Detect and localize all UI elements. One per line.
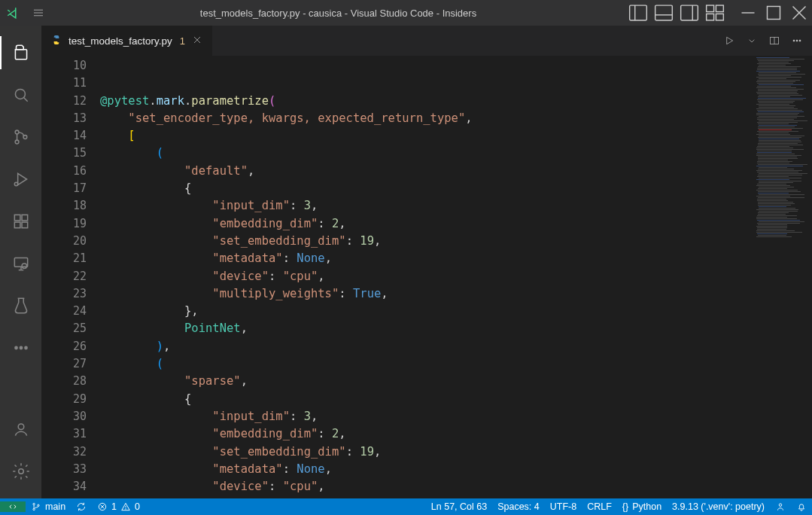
code-content[interactable]: @pytest.mark.parametrize( "set_encoder_t…: [100, 56, 752, 498]
more-actions-icon[interactable]: [788, 26, 806, 56]
line-number: 21: [41, 250, 87, 267]
source-control-icon[interactable]: [0, 116, 41, 158]
python-interpreter[interactable]: 3.9.13 ('.venv': poetry): [667, 501, 770, 512]
cursor-position[interactable]: Ln 57, Col 63: [426, 501, 492, 512]
eol[interactable]: CRLF: [582, 501, 617, 512]
search-icon[interactable]: [0, 74, 41, 116]
svg-point-47: [33, 508, 35, 510]
code-line[interactable]: [100, 57, 752, 75]
code-line[interactable]: "input_dim": 3,: [100, 197, 752, 215]
line-number: 28: [41, 373, 87, 390]
code-line[interactable]: "set_encoder_type, kwargs, expected_retu…: [100, 110, 752, 127]
line-number: 20: [41, 233, 87, 250]
split-editor-icon[interactable]: [765, 26, 783, 56]
code-line[interactable]: [: [100, 127, 752, 145]
run-dropdown-icon[interactable]: [743, 26, 761, 56]
language-mode[interactable]: {} Python: [617, 501, 667, 512]
code-line[interactable]: "default",: [100, 163, 752, 180]
line-number: 14: [41, 127, 87, 145]
layout-sidebar-right-icon[interactable]: [677, 0, 702, 26]
menu-button[interactable]: [26, 6, 51, 20]
svg-rect-10: [716, 5, 723, 12]
remote-indicator[interactable]: [0, 501, 26, 512]
sync-button[interactable]: [71, 501, 92, 512]
code-line[interactable]: PointNet,: [100, 320, 752, 337]
remote-explorer-icon[interactable]: [0, 242, 41, 285]
indentation[interactable]: Spaces: 4: [492, 501, 545, 512]
code-line[interactable]: ),: [100, 338, 752, 355]
window-maximize-button[interactable]: [761, 0, 786, 26]
line-number: 30: [41, 408, 87, 425]
window-close-button[interactable]: [786, 0, 812, 26]
svg-point-37: [18, 469, 23, 474]
code-line[interactable]: "metadata": None,: [100, 461, 752, 478]
git-branch[interactable]: main: [26, 501, 71, 512]
run-file-icon[interactable]: [720, 26, 738, 56]
svg-rect-9: [707, 5, 714, 12]
svg-rect-14: [768, 7, 780, 20]
svg-point-19: [15, 130, 19, 134]
code-line[interactable]: },: [100, 303, 752, 320]
error-count: 1: [111, 501, 117, 512]
line-number: 17: [41, 180, 87, 197]
branch-name: main: [45, 501, 65, 512]
svg-point-35: [24, 346, 26, 349]
svg-rect-7: [681, 5, 698, 20]
svg-point-45: [799, 40, 801, 41]
svg-rect-25: [14, 222, 20, 228]
tab-test-models-factory[interactable]: test_models_factory.py 1: [41, 26, 213, 56]
code-line[interactable]: @pytest.mark.parametrize(: [100, 93, 752, 110]
line-number: 13: [41, 110, 87, 127]
svg-point-31: [22, 264, 27, 269]
code-line[interactable]: "multiply_weights": True,: [100, 285, 752, 303]
settings-gear-icon[interactable]: [0, 450, 41, 492]
code-line[interactable]: {: [100, 180, 752, 197]
run-debug-icon[interactable]: [0, 158, 41, 200]
window-minimize-button[interactable]: [735, 0, 761, 26]
svg-point-46: [33, 503, 35, 504]
tab-close-icon[interactable]: [191, 34, 203, 48]
braces-icon: {}: [622, 501, 628, 512]
svg-marker-40: [727, 37, 733, 44]
line-number: 19: [41, 215, 87, 233]
branch-icon: [31, 501, 41, 512]
line-number: 18: [41, 197, 87, 215]
notifications-icon[interactable]: [791, 501, 812, 512]
code-line[interactable]: "input_dim": 3,: [100, 408, 752, 425]
code-line[interactable]: "embedding_dim": 2,: [100, 425, 752, 443]
code-line[interactable]: "device": "cpu",: [100, 478, 752, 495]
explorer-icon[interactable]: [0, 32, 41, 74]
line-number: 31: [41, 425, 87, 443]
problems[interactable]: 1 0: [92, 501, 145, 512]
code-line[interactable]: "embedding_dim": 2,: [100, 215, 752, 233]
layout-sidebar-left-icon[interactable]: [625, 0, 651, 26]
python-file-icon: [50, 34, 62, 48]
layout-panel-icon[interactable]: [651, 0, 677, 26]
line-number: 26: [41, 338, 87, 355]
code-line[interactable]: "sparse",: [100, 373, 752, 390]
code-line[interactable]: (: [100, 355, 752, 373]
code-line[interactable]: "set_embedding_dim": 19,: [100, 443, 752, 461]
code-line[interactable]: (: [100, 145, 752, 162]
code-line[interactable]: "metadata": None,: [100, 250, 752, 267]
code-line[interactable]: "set_embedding_dim": 19,: [100, 233, 752, 250]
svg-point-44: [796, 40, 798, 41]
accounts-icon[interactable]: [0, 408, 41, 450]
svg-rect-26: [22, 222, 28, 228]
svg-point-34: [20, 346, 22, 349]
layout-customize-icon[interactable]: [702, 0, 728, 26]
code-line[interactable]: [100, 75, 752, 92]
svg-point-53: [126, 509, 126, 510]
minimap[interactable]: [752, 56, 812, 498]
testing-icon[interactable]: [0, 285, 41, 327]
code-line[interactable]: {: [100, 391, 752, 408]
svg-rect-27: [22, 215, 28, 221]
extensions-icon[interactable]: [0, 200, 41, 242]
line-number: 23: [41, 285, 87, 303]
code-line[interactable]: "device": "cpu",: [100, 268, 752, 285]
feedback-icon[interactable]: [770, 501, 791, 512]
overflow-icon[interactable]: [0, 327, 41, 369]
error-icon: [97, 501, 108, 512]
encoding[interactable]: UTF-8: [545, 501, 582, 512]
editor[interactable]: 1011121314151617181920212223242526272829…: [41, 56, 812, 498]
